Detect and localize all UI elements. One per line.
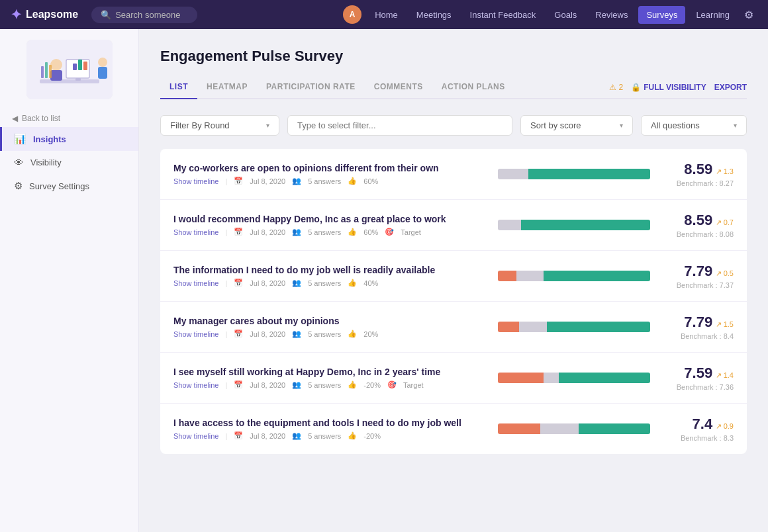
- bar-red: [498, 271, 516, 281]
- sidebar-illustration: [26, 40, 113, 99]
- question-info: My co-workers are open to opinions diffe…: [173, 163, 487, 185]
- bar-gray: [498, 220, 521, 230]
- benchmark: Benchmark : 7.37: [661, 281, 734, 289]
- score-value: 7.59: [684, 365, 712, 381]
- benchmark: Benchmark : 8.27: [661, 179, 734, 187]
- bar-gray: [498, 169, 528, 179]
- show-timeline-link[interactable]: Show timeline: [173, 330, 218, 338]
- sidebar-item-settings[interactable]: ⚙ Survey Settings: [0, 174, 138, 198]
- questions-dropdown[interactable]: All questions ▾: [641, 115, 747, 136]
- thumbs-icon: 👍: [348, 330, 357, 338]
- sidebar-visibility-label: Visibility: [30, 157, 62, 167]
- calendar-icon: 📅: [234, 431, 243, 440]
- svg-rect-13: [49, 65, 52, 78]
- score-bar: [498, 373, 650, 383]
- bar-gray: [544, 373, 559, 383]
- tab-comments[interactable]: COMMENTS: [365, 77, 432, 99]
- question-date: Jul 8, 2020: [250, 381, 285, 389]
- sidebar-item-insights[interactable]: 📊 Insights: [0, 127, 138, 151]
- alert-count: 2: [619, 83, 624, 92]
- show-timeline-link[interactable]: Show timeline: [173, 381, 218, 389]
- sort-dropdown[interactable]: Sort by score ▾: [520, 115, 633, 136]
- score-section: 7.4 ↗ 0.9 Benchmark : 8.3: [661, 416, 734, 442]
- question-text: My co-workers are open to opinions diffe…: [173, 163, 487, 173]
- nav-meetings[interactable]: Meetings: [408, 6, 459, 24]
- thumbs-icon: 👍: [348, 177, 357, 185]
- nav-goals[interactable]: Goals: [546, 6, 585, 24]
- question-date: Jul 8, 2020: [250, 228, 285, 236]
- tab-participation[interactable]: PARTICIPATION RATE: [257, 77, 365, 99]
- question-text: The information I need to do my job well…: [173, 265, 487, 275]
- question-date: Jul 8, 2020: [250, 432, 285, 440]
- tab-actions: ⚠ 2 🔒 FULL VISIBILITY EXPORT: [609, 83, 747, 92]
- thumbs-icon: 👍: [348, 380, 357, 389]
- question-row: My co-workers are open to opinions diffe…: [160, 149, 747, 200]
- score-section: 7.79 ↗ 1.5 Benchmark : 8.4: [661, 314, 734, 340]
- svg-rect-4: [78, 60, 82, 70]
- users-icon: 👥: [292, 330, 301, 338]
- show-timeline-link[interactable]: Show timeline: [173, 432, 218, 440]
- tab-bar: LIST HEATMAP PARTICIPATION RATE COMMENTS…: [160, 77, 747, 99]
- thumbs-percent: 20%: [363, 330, 378, 338]
- question-date: Jul 8, 2020: [250, 330, 285, 338]
- meta-separator: |: [225, 432, 227, 440]
- answer-count: 5 answers: [308, 432, 341, 440]
- back-to-list[interactable]: ◀ Back to list: [0, 110, 138, 127]
- question-meta: Show timeline | 📅 Jul 8, 2020 👥 5 answer…: [173, 228, 487, 236]
- score-section: 8.59 ↗ 0.7 Benchmark : 8.08: [661, 212, 734, 238]
- question-date: Jul 8, 2020: [250, 177, 285, 185]
- tab-heatmap[interactable]: HEATMAP: [197, 77, 257, 99]
- nav-links: A Home Meetings Instant Feedback Goals R…: [343, 5, 757, 25]
- logo-icon: ✦: [11, 7, 22, 22]
- answer-count: 5 answers: [308, 279, 341, 287]
- thumbs-icon: 👍: [348, 279, 357, 287]
- nav-home[interactable]: Home: [367, 6, 406, 24]
- score-change: ↗ 1.4: [716, 371, 734, 380]
- tab-list[interactable]: LIST: [160, 77, 197, 99]
- thumbs-percent: 60%: [363, 177, 378, 185]
- sidebar-item-visibility[interactable]: 👁 Visibility: [0, 151, 138, 174]
- export-button[interactable]: EXPORT: [714, 83, 747, 92]
- search-box[interactable]: 🔍 Search someone: [91, 7, 197, 23]
- nav-reviews[interactable]: Reviews: [587, 6, 636, 24]
- score-change: ↗ 1.3: [716, 167, 734, 176]
- svg-point-7: [50, 59, 62, 71]
- visibility-button[interactable]: 🔒 FULL VISIBILITY: [631, 83, 706, 92]
- meta-separator: |: [225, 330, 227, 338]
- nav-learning[interactable]: Learning: [688, 6, 738, 24]
- question-info: The information I need to do my job well…: [173, 265, 487, 287]
- score-change: ↗ 0.7: [716, 218, 734, 227]
- questions-chevron-icon: ▾: [734, 122, 737, 129]
- top-navigation: ✦ Leapsome 🔍 Search someone A Home Meeti…: [0, 0, 768, 29]
- score-bar: [498, 322, 650, 332]
- score-section: 7.79 ↗ 0.5 Benchmark : 7.37: [661, 263, 734, 289]
- target-label: Target: [403, 381, 424, 389]
- question-meta: Show timeline | 📅 Jul 8, 2020 👥 5 answer…: [173, 330, 487, 338]
- tab-action-plans[interactable]: ACTION PLANS: [432, 77, 514, 99]
- question-info: I would recommend Happy Demo, Inc as a g…: [173, 214, 487, 236]
- nav-surveys[interactable]: Surveys: [638, 6, 685, 24]
- show-timeline-link[interactable]: Show timeline: [173, 279, 218, 287]
- settings-icon[interactable]: ⚙: [740, 5, 757, 25]
- show-timeline-link[interactable]: Show timeline: [173, 228, 218, 236]
- page-title: Engagement Pulse Survey: [160, 48, 747, 65]
- logo-text: Leapsome: [26, 9, 78, 21]
- nav-instant-feedback[interactable]: Instant Feedback: [462, 6, 544, 24]
- show-timeline-link[interactable]: Show timeline: [173, 177, 218, 185]
- score-change: ↗ 1.5: [716, 320, 734, 329]
- filter-input[interactable]: [287, 115, 512, 136]
- round-filter[interactable]: Filter By Round ▾: [160, 115, 279, 136]
- target-icon: 🎯: [385, 228, 394, 236]
- bar-teal: [547, 322, 650, 332]
- question-meta: Show timeline | 📅 Jul 8, 2020 👥 5 answer…: [173, 279, 487, 287]
- question-row: I see myself still working at Happy Demo…: [160, 353, 747, 404]
- bar-gray: [540, 423, 579, 434]
- alert-badge: ⚠ 2: [609, 83, 624, 92]
- meta-separator: |: [225, 228, 227, 236]
- sort-chevron-icon: ▾: [620, 122, 623, 129]
- bar-teal: [579, 423, 650, 434]
- calendar-icon: 📅: [234, 330, 243, 338]
- question-meta: Show timeline | 📅 Jul 8, 2020 👥 5 answer…: [173, 177, 487, 185]
- bar-red: [498, 322, 519, 332]
- question-info: My manager cares about my opinions Show …: [173, 316, 487, 338]
